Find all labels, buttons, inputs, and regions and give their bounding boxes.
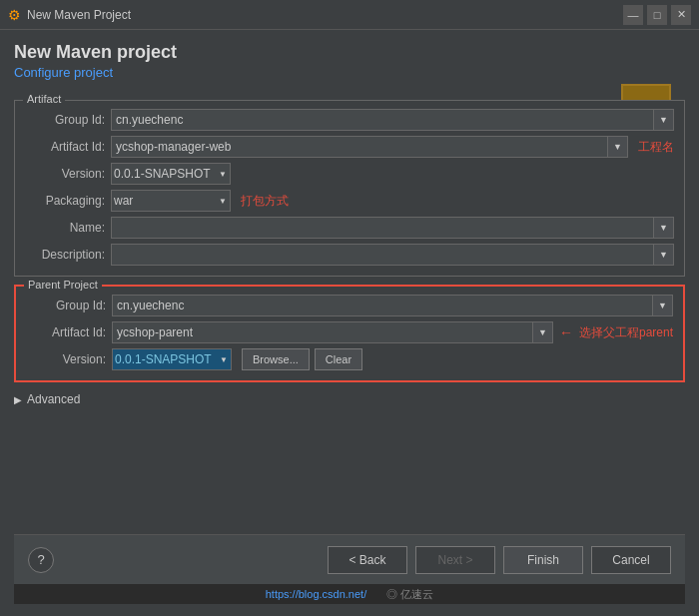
parent-artifactid-field-wrapper: ▼ [112, 321, 553, 343]
parent-artifactid-wrapper: ▼ ← 选择父工程parent [112, 321, 673, 343]
parent-artifactid-note: 选择父工程parent [579, 324, 673, 341]
artifact-artifactid-input[interactable] [111, 136, 608, 158]
parent-version-wrapper: 0.0.1-SNAPSHOT Browse... Clear [112, 348, 673, 370]
title-bar-controls: — □ ✕ [623, 5, 691, 25]
parent-artifactid-input[interactable] [112, 321, 533, 343]
artifact-groupid-input[interactable] [111, 109, 654, 131]
maximize-button[interactable]: □ [647, 5, 667, 25]
artifact-groupid-dropdown[interactable]: ▼ [654, 109, 674, 131]
artifact-packaging-row: Packaging: war 打包方式 [25, 190, 674, 212]
parent-groupid-label: Group Id: [26, 299, 106, 312]
next-button[interactable]: Next > [415, 546, 495, 574]
parent-groupid-dropdown[interactable]: ▼ [653, 295, 673, 316]
parent-groupid-input[interactable] [112, 295, 653, 316]
footer-watermark: ◎ 亿速云 [386, 587, 433, 602]
artifact-packaging-label: Packaging: [25, 194, 105, 208]
artifact-section-label: Artifact [23, 93, 65, 105]
artifact-artifactid-field-wrapper: ▼ [111, 136, 628, 158]
artifact-version-label: Version: [25, 167, 105, 181]
parent-action-buttons: Browse... Clear [242, 348, 362, 370]
finish-button[interactable]: Finish [503, 546, 583, 574]
artifact-artifactid-row: Artifact Id: ▼ 工程名 [25, 136, 674, 158]
parent-version-row: Version: 0.0.1-SNAPSHOT Browse... Clear [26, 348, 673, 370]
artifact-description-row: Description: ▼ [25, 244, 674, 266]
parent-section-label: Parent Project [24, 279, 102, 291]
artifact-description-input[interactable] [111, 244, 654, 266]
cancel-button[interactable]: Cancel [591, 546, 671, 574]
parent-version-label: Version: [26, 352, 106, 366]
artifact-name-row: Name: ▼ [25, 217, 674, 239]
dialog: New Maven project Configure project M Ar… [0, 30, 699, 616]
artifact-name-input[interactable] [111, 217, 654, 239]
header-area: New Maven project Configure project M [14, 42, 685, 90]
artifact-description-field-wrapper: ▼ [111, 244, 674, 266]
artifact-artifactid-note: 工程名 [638, 139, 674, 156]
help-button[interactable]: ? [28, 547, 54, 573]
artifact-artifactid-label: Artifact Id: [25, 140, 105, 154]
parent-groupid-field-wrapper: ▼ [112, 295, 673, 316]
artifact-version-wrapper: 0.0.1-SNAPSHOT [111, 163, 231, 185]
url-bar: https://blog.csdn.net/ ◎ 亿速云 [14, 584, 685, 604]
bottom-bar: ? < Back Next > Finish Cancel [14, 534, 685, 584]
artifact-description-dropdown[interactable]: ▼ [654, 244, 674, 266]
minimize-button[interactable]: — [623, 5, 643, 25]
close-button[interactable]: ✕ [671, 5, 691, 25]
parent-project-section: Parent Project Group Id: ▼ Artifact Id: … [14, 285, 685, 382]
title-bar-text: New Maven Project [27, 8, 623, 22]
parent-artifactid-row: Artifact Id: ▼ ← 选择父工程parent [26, 321, 673, 343]
spacer [14, 410, 685, 534]
artifact-name-field-wrapper: ▼ [111, 217, 674, 239]
dialog-title: New Maven project [14, 42, 685, 63]
advanced-row: ▶ Advanced [14, 392, 685, 406]
arrow-icon: ← [559, 324, 573, 340]
artifact-groupid-field-wrapper: ▼ [111, 109, 674, 131]
artifact-packaging-select-wrapper: war [111, 190, 231, 212]
footer-url: https://blog.csdn.net/ [266, 588, 367, 600]
artifact-version-select[interactable]: 0.0.1-SNAPSHOT [111, 163, 231, 185]
artifact-version-row: Version: 0.0.1-SNAPSHOT [25, 163, 674, 185]
title-bar: ⚙ New Maven Project — □ ✕ [0, 0, 699, 30]
artifact-packaging-note: 打包方式 [241, 193, 289, 210]
artifact-description-label: Description: [25, 248, 105, 262]
artifact-section: Artifact Group Id: ▼ Artifact Id: ▼ 工程名 … [14, 100, 685, 277]
artifact-name-label: Name: [25, 221, 105, 235]
advanced-triangle-icon: ▶ [14, 394, 22, 405]
advanced-label[interactable]: Advanced [27, 392, 80, 406]
artifact-groupid-row: Group Id: ▼ [25, 109, 674, 131]
dialog-subtitle: Configure project [14, 65, 685, 80]
artifact-name-dropdown[interactable]: ▼ [654, 217, 674, 239]
parent-artifactid-dropdown[interactable]: ▼ [533, 321, 553, 343]
parent-version-select-wrapper: 0.0.1-SNAPSHOT [112, 348, 232, 370]
back-button[interactable]: < Back [328, 546, 407, 574]
artifact-groupid-label: Group Id: [25, 113, 105, 127]
artifact-packaging-select[interactable]: war [111, 190, 231, 212]
parent-groupid-row: Group Id: ▼ [26, 295, 673, 316]
app-icon: ⚙ [8, 7, 21, 23]
clear-button[interactable]: Clear [315, 348, 362, 370]
parent-artifactid-label: Artifact Id: [26, 325, 106, 339]
browse-button[interactable]: Browse... [242, 348, 310, 370]
artifact-packaging-wrapper: war 打包方式 [111, 190, 289, 212]
artifact-artifactid-dropdown[interactable]: ▼ [608, 136, 628, 158]
parent-version-select[interactable]: 0.0.1-SNAPSHOT [112, 348, 232, 370]
